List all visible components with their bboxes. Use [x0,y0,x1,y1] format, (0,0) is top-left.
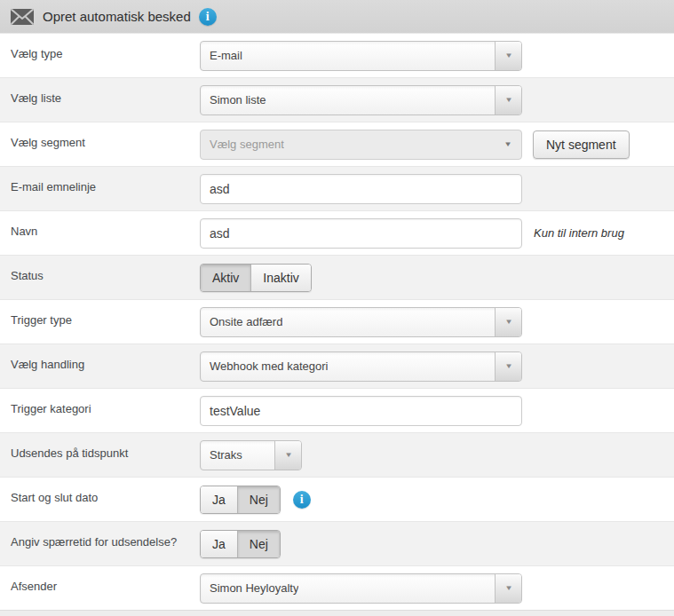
row-trigger-type: Trigger type Onsite adfærd ▼ [0,299,674,344]
spaerretid-toggle: Ja Nej [200,530,281,558]
afsender-select[interactable]: Simon Heyloyalty ▼ [200,573,522,604]
field-label: Angiv spærretid for udsendelse? [0,522,200,565]
status-aktiv-button[interactable]: Aktiv [201,265,250,291]
type-select-value: E-mail [201,49,242,62]
info-icon[interactable]: i [199,8,217,26]
field-label: Vælg segment [0,122,200,166]
tidspunkt-select[interactable]: Straks ▼ [200,440,302,470]
row-navn: Navn Kun til intern brug [0,210,674,255]
row-start-slut-dato: Start og slut dato Ja Nej i [0,477,674,521]
spaerretid-ja-button[interactable]: Ja [201,531,237,557]
row-emnelinje: E-mail emnelinje [0,166,674,210]
segment-select: Vælg segment ▼ [200,130,522,160]
row-spaerretid: Angiv spærretid for udsendelse? Ja Nej [0,521,674,565]
chevron-down-icon[interactable]: ▼ [495,574,521,603]
field-label: Udsendes på tidspunkt [0,433,200,477]
trigger-kategori-input[interactable] [200,396,522,426]
field-label: Vælg liste [0,78,200,122]
row-tidspunkt: Udsendes på tidspunkt Straks ▼ [0,432,674,477]
chevron-down-icon[interactable]: ▼ [495,86,521,115]
field-label: Start og slut dato [0,478,200,521]
start-slut-ja-button[interactable]: Ja [201,486,237,513]
page-title: Opret automatisk besked [43,9,191,24]
trigger-type-select-value: Onsite adfærd [201,315,282,328]
handling-select[interactable]: Webhook med kategori ▼ [200,351,522,382]
chevron-down-icon[interactable]: ▼ [495,308,521,336]
navn-note: Kun til intern brug [534,226,624,240]
row-afsender: Afsender Simon Heyloyalty ▼ [0,565,674,610]
row-trigger-kategori: Trigger kategori [0,388,674,432]
start-slut-toggle: Ja Nej [200,486,281,514]
envelope-icon [11,9,34,25]
spaerretid-nej-button[interactable]: Nej [237,531,280,557]
chevron-down-icon: ▼ [504,140,512,148]
afsender-select-value: Simon Heyloyalty [201,581,298,595]
field-label: Vælg handling [0,344,200,388]
field-label: Afsender [0,566,200,610]
handling-select-value: Webhook med kategori [201,359,328,373]
field-label: Status [0,256,200,299]
navn-input[interactable] [200,218,522,249]
chevron-down-icon[interactable]: ▼ [495,42,521,70]
status-toggle: Aktiv Inaktiv [200,264,312,292]
page-header: Opret automatisk besked i [0,0,674,33]
nyt-segment-button[interactable]: Nyt segment [533,130,630,159]
emnelinje-input[interactable] [200,174,522,204]
row-vaelg-type: Vælg type E-mail ▼ [0,33,674,77]
segment-select-placeholder: Vælg segment [201,138,284,151]
row-vaelg-segment: Vælg segment Vælg segment ▼ Nyt segment [0,122,674,166]
type-select[interactable]: E-mail ▼ [200,41,522,71]
info-icon[interactable]: i [293,491,311,509]
chevron-down-icon[interactable]: ▼ [274,441,301,470]
row-vaelg-liste: Vælg liste Simon liste ▼ [0,77,674,122]
liste-select-value: Simon liste [201,93,266,107]
field-label: Trigger type [0,300,200,344]
liste-select[interactable]: Simon liste ▼ [200,85,522,115]
trigger-type-select[interactable]: Onsite adfærd ▼ [200,307,522,337]
row-vaelg-handling: Vælg handling Webhook med kategori ▼ [0,344,674,388]
field-label: Trigger kategori [0,389,200,432]
tidspunkt-select-value: Straks [201,448,242,462]
row-status: Status Aktiv Inaktiv [0,255,674,299]
chevron-down-icon[interactable]: ▼ [495,352,521,381]
field-label: E-mail emnelinje [0,167,200,210]
next-row-edge [0,610,674,616]
status-inaktiv-button[interactable]: Inaktiv [250,265,310,291]
field-label: Navn [0,211,200,255]
start-slut-nej-button[interactable]: Nej [237,486,280,513]
field-label: Vælg type [0,34,200,77]
